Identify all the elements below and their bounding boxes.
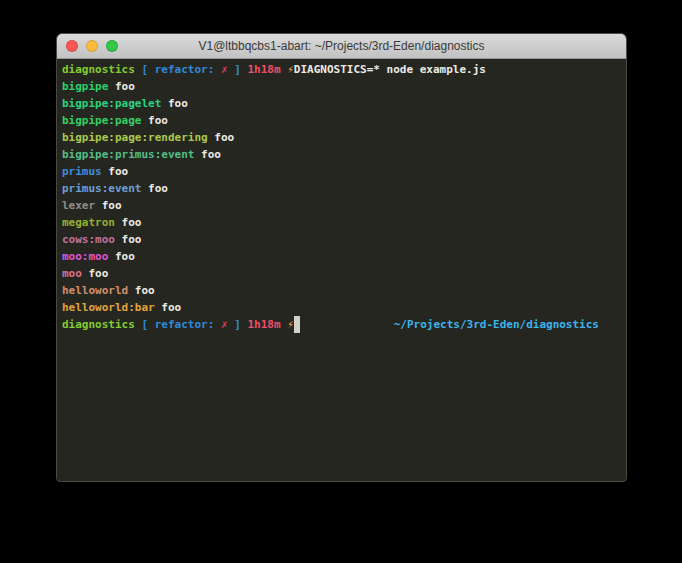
namespace-label: helloworld:bar [62,301,155,314]
namespace-label: lexer [62,199,95,212]
minimize-button[interactable] [86,40,98,52]
namespace-label: helloworld [62,284,128,297]
lightning-icon: ⚡ [287,63,294,76]
log-message: foo [141,182,168,195]
terminal-line-content: bigpipe:page:rendering foo [62,129,234,146]
terminal-line-content: helloworld foo [62,282,155,299]
prompt-directory: diagnostics [62,318,135,331]
terminal-line: bigpipe:pagelet foo [62,95,621,112]
terminal-line: megatron foo [62,214,621,231]
desktop-background: V1@ltbbqcbs1-abart: ~/Projects/3rd-Eden/… [0,0,682,563]
namespace-label: bigpipe:primus:event [62,148,194,161]
log-message: foo [155,301,182,314]
terminal-line-content: lexer foo [62,197,122,214]
terminal-line-content: cows:moo foo [62,231,141,248]
terminal-line-content: diagnostics [ refactor: ✗ ] 1h18m ⚡ [62,316,300,333]
log-message: foo [108,250,135,263]
namespace-label: primus [62,165,102,178]
close-button[interactable] [66,40,78,52]
namespace-label: primus:event [62,182,141,195]
log-message: foo [95,199,122,212]
rprompt-path: ~/Projects/3rd-Eden/diagnostics [394,316,599,333]
log-message: foo [108,80,135,93]
git-dirty-icon: ✗ [221,63,228,76]
terminal-line: helloworld:bar foo [62,299,621,316]
prompt-duration: 1h18m [247,318,280,331]
prompt-git-branch: [ refactor: [135,63,221,76]
namespace-label: bigpipe:page [62,114,141,127]
terminal-line-content: megatron foo [62,214,141,231]
namespace-label: bigpipe:page:rendering [62,131,208,144]
log-message: foo [115,233,142,246]
terminal-line: primus:event foo [62,180,621,197]
terminal-line-content: moo foo [62,265,108,282]
log-message: foo [128,284,155,297]
terminal-line-content: primus foo [62,163,128,180]
terminal-body[interactable]: diagnostics [ refactor: ✗ ] 1h18m ⚡DIAGN… [57,59,626,480]
terminal-line-content: bigpipe:pagelet foo [62,95,188,112]
terminal-line: diagnostics [ refactor: ✗ ] 1h18m ⚡DIAGN… [62,61,621,78]
namespace-label: bigpipe:pagelet [62,97,161,110]
namespace-label: moo [62,267,82,280]
log-message: foo [208,131,235,144]
terminal-line: diagnostics [ refactor: ✗ ] 1h18m ⚡ ~/Pr… [62,316,621,333]
window-title: V1@ltbbqcbs1-abart: ~/Projects/3rd-Eden/… [57,34,626,58]
terminal-line: moo:moo foo [62,248,621,265]
command-text: DIAGNOSTICS=* node example.js [294,63,486,76]
prompt-duration: 1h18m [247,63,280,76]
terminal-line-content: bigpipe foo [62,78,135,95]
terminal-line: moo foo [62,265,621,282]
log-message: foo [115,216,142,229]
terminal-line-content: diagnostics [ refactor: ✗ ] 1h18m ⚡DIAGN… [62,61,486,78]
terminal-line: helloworld foo [62,282,621,299]
git-dirty-icon: ✗ [221,318,228,331]
terminal-window: V1@ltbbqcbs1-abart: ~/Projects/3rd-Eden/… [56,33,627,482]
namespace-label: moo:moo [62,250,108,263]
log-message: foo [82,267,109,280]
lightning-icon: ⚡ [287,318,294,331]
window-titlebar[interactable]: V1@ltbbqcbs1-abart: ~/Projects/3rd-Eden/… [57,34,626,59]
prompt-git-bracket: ] [228,63,248,76]
terminal-line: bigpipe:page:rendering foo [62,129,621,146]
prompt-directory: diagnostics [62,63,135,76]
terminal-line: cows:moo foo [62,231,621,248]
prompt-git-branch: [ refactor: [135,318,221,331]
traffic-lights [66,34,118,58]
prompt-git-bracket: ] [228,318,248,331]
terminal-line: lexer foo [62,197,621,214]
terminal-line-content: moo:moo foo [62,248,135,265]
log-message: foo [161,97,188,110]
log-message: foo [141,114,168,127]
namespace-label: megatron [62,216,115,229]
namespace-label: bigpipe [62,80,108,93]
namespace-label: cows:moo [62,233,115,246]
terminal-line-content: helloworld:bar foo [62,299,181,316]
terminal-line: primus foo [62,163,621,180]
zoom-button[interactable] [106,40,118,52]
log-message: foo [102,165,129,178]
terminal-line-content: bigpipe:primus:event foo [62,146,221,163]
terminal-line: bigpipe:page foo [62,112,621,129]
terminal-line: bigpipe:primus:event foo [62,146,621,163]
log-message: foo [194,148,221,161]
terminal-line-content: bigpipe:page foo [62,112,168,129]
terminal-line-content: primus:event foo [62,180,168,197]
terminal-cursor [294,316,301,333]
terminal-line: bigpipe foo [62,78,621,95]
